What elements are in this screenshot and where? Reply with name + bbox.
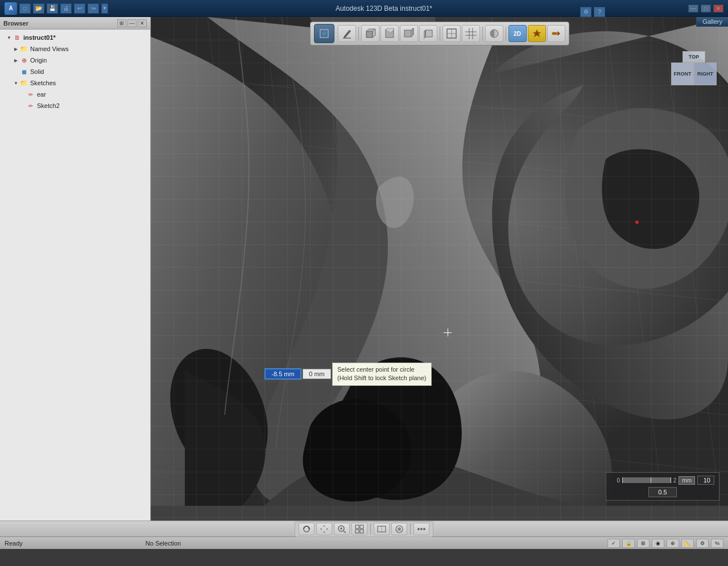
app-title: Autodesk 123D Beta instruct01* xyxy=(108,5,660,13)
hint-line2: (Hold Shift to lock Sketch plane) xyxy=(337,374,427,382)
sketch-hint-box: Select center point for circle (Hold Shi… xyxy=(332,363,432,386)
view-cube: TOP FRONT RIGHT xyxy=(671,51,717,97)
view-cube-top[interactable]: TOP xyxy=(682,51,705,63)
view-cube-front[interactable]: FRONT xyxy=(671,63,694,85)
new-button[interactable]: □ xyxy=(19,3,31,14)
tree-item-sketch2[interactable]: ✏ Sketch2 xyxy=(1,100,149,111)
scale-ruler: 0 2 mm 10 0.5 xyxy=(606,472,719,501)
status-check-btn[interactable]: ✓ xyxy=(607,539,620,548)
ruler-end-val: 2 xyxy=(673,477,677,484)
status-ready: Ready xyxy=(5,540,23,547)
tree-label-sketch2: Sketch2 xyxy=(37,102,60,109)
maximize-button[interactable]: □ xyxy=(701,5,711,13)
bottom-toolbar xyxy=(0,521,728,536)
3d-scene xyxy=(151,17,728,506)
svg-point-55 xyxy=(423,528,425,530)
status-settings-btn[interactable]: ⚙ xyxy=(696,539,709,548)
undo-button[interactable]: ↩ xyxy=(74,3,85,14)
svg-marker-39 xyxy=(557,31,560,36)
zoom-fit-button[interactable] xyxy=(351,523,367,535)
front-view-button[interactable] xyxy=(400,25,418,42)
minimize-button[interactable]: — xyxy=(688,5,698,13)
root-doc-icon: 🗎 xyxy=(13,33,22,42)
tree-item-sketches[interactable]: ▼ 📁 Sketches xyxy=(1,77,149,89)
viewport[interactable]: 2D TOP FRONT RIGHT xyxy=(151,17,728,521)
tree-label-sketches: Sketches xyxy=(30,80,56,86)
tree-arrow-named-views: ▶ xyxy=(13,47,19,52)
side-view-button[interactable] xyxy=(419,25,437,42)
y-coordinate-input[interactable] xyxy=(303,369,331,379)
snap-indicator: 0.5 xyxy=(648,487,677,497)
browser-panel: Browser ⊞ — ✕ ▼ 🗎 instruct01* ▶ 📁 Named … xyxy=(0,17,151,521)
browser-close-btn[interactable]: ✕ xyxy=(138,19,147,27)
status-snap-btn[interactable]: ⊕ xyxy=(667,539,679,548)
ruler-start-val: 0 xyxy=(611,477,620,484)
2d-mode-button[interactable]: 2D xyxy=(508,25,527,42)
gallery-tab[interactable]: Gallery xyxy=(696,17,728,27)
grid-toggle-button[interactable] xyxy=(462,25,480,42)
zoom-button[interactable] xyxy=(334,523,350,535)
tree-label-ear: ear xyxy=(37,91,46,98)
close-button[interactable]: ✕ xyxy=(713,5,723,13)
pan-button[interactable] xyxy=(316,523,332,535)
tree-item-named-views[interactable]: ▶ 📁 Named Views xyxy=(1,43,149,55)
home-view-button[interactable] xyxy=(314,24,334,43)
browser-minimize-btn[interactable]: — xyxy=(127,19,136,27)
help-button[interactable]: ? xyxy=(594,7,605,17)
box-view-button[interactable] xyxy=(361,25,379,42)
tree-label-named-views: Named Views xyxy=(30,45,69,52)
dropdown-arrow[interactable]: ▼ xyxy=(101,3,108,14)
tree-label-root: instruct01* xyxy=(23,34,56,41)
top-view-button[interactable] xyxy=(380,25,399,42)
svg-rect-48 xyxy=(360,530,363,533)
svg-rect-45 xyxy=(355,525,359,528)
status-display-btn[interactable]: ◉ xyxy=(652,539,664,548)
sketch-icon-ear: ✏ xyxy=(26,90,35,99)
svg-rect-38 xyxy=(552,32,557,35)
browser-title: Browser xyxy=(3,20,28,27)
more-view-button[interactable] xyxy=(413,523,429,535)
more-tools-button[interactable] xyxy=(547,25,565,42)
browser-grid-btn[interactable]: ⊞ xyxy=(117,19,126,27)
section-button[interactable] xyxy=(374,523,390,535)
tree-label-solid: Solid xyxy=(30,68,44,75)
view-cube-right[interactable]: RIGHT xyxy=(694,63,717,85)
unit-display: mm xyxy=(679,476,695,485)
tree-item-root[interactable]: ▼ 🗎 instruct01* xyxy=(1,32,149,43)
hint-line1: Select center point for circle xyxy=(337,365,427,374)
x-coordinate-input[interactable] xyxy=(264,368,301,380)
shading-button[interactable] xyxy=(485,25,503,42)
redo-button[interactable]: ↪ xyxy=(88,3,99,14)
folder-icon-sketches: 📁 xyxy=(19,78,28,88)
orbit-button[interactable] xyxy=(299,523,315,535)
svg-point-54 xyxy=(420,528,423,530)
svg-marker-37 xyxy=(533,30,541,37)
snap-button[interactable] xyxy=(528,25,546,42)
statusbar: Ready No Selection ✓ 🔒 ⊞ ◉ ⊕ 📐 ⚙ % xyxy=(0,536,728,549)
sketch-icon-sketch2: ✏ xyxy=(26,101,35,110)
status-lock-btn[interactable]: 🔒 xyxy=(622,539,635,548)
tree-item-origin[interactable]: ▶ ⊕ Origin xyxy=(1,55,149,66)
status-measure-btn[interactable]: 📐 xyxy=(681,539,694,548)
tree-item-solid[interactable]: ◼ Solid xyxy=(1,66,149,77)
display-button[interactable] xyxy=(391,523,407,535)
status-percent-btn[interactable]: % xyxy=(711,539,723,548)
sketch-tool-button[interactable] xyxy=(338,25,356,42)
solid-icon: ◼ xyxy=(19,67,28,76)
svg-rect-25 xyxy=(366,31,373,38)
tree-arrow-origin: ▶ xyxy=(13,58,19,63)
save-button[interactable]: 💾 xyxy=(47,3,58,14)
app-icon: A xyxy=(5,2,17,15)
open-button[interactable]: 📂 xyxy=(33,3,44,14)
browser-tree: ▼ 🗎 instruct01* ▶ 📁 Named Views ▶ ⊕ Orig… xyxy=(0,30,150,521)
print-button[interactable]: 🖨 xyxy=(60,3,72,14)
tree-item-ear[interactable]: ✏ ear xyxy=(1,89,149,100)
svg-point-52 xyxy=(398,527,401,531)
status-grid-btn[interactable]: ⊞ xyxy=(637,539,650,548)
svg-rect-47 xyxy=(355,530,359,533)
svg-point-53 xyxy=(417,528,420,530)
svg-rect-28 xyxy=(425,30,432,37)
status-selection: No Selection xyxy=(146,540,181,547)
settings-icon[interactable]: ⚙ xyxy=(580,7,592,17)
ortho-button[interactable] xyxy=(442,25,461,42)
